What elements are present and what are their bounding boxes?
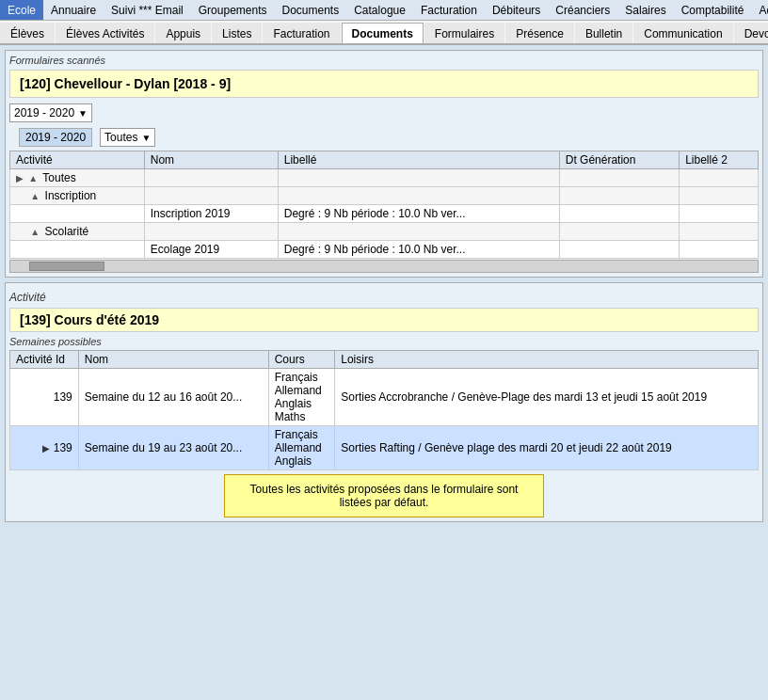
expand-icon: ▶ [16, 173, 24, 183]
row-libelle: Degré : 9 Nb période : 10.0 Nb ver... [278, 241, 559, 259]
tab-listes[interactable]: Listes [212, 23, 262, 43]
row-libelle2 [680, 187, 759, 205]
row-nom: Ecolage 2019 [144, 241, 278, 259]
activity-header: [139] Cours d'été 2019 [9, 308, 759, 332]
year-badge: 2019 - 2020 [19, 128, 92, 147]
main-content: Formulaires scannés [120] Chevellour - D… [0, 45, 768, 700]
col-loisirs: Loisirs [335, 351, 759, 369]
row-activite: ▲ Scolarité [10, 223, 145, 241]
row-libelle2 [680, 169, 759, 187]
semaines-label: Semaines possibles [9, 336, 759, 347]
tab-facturation[interactable]: Facturation [263, 23, 340, 43]
section1-table: Activité Nom Libellé Dt Génération Libel… [9, 151, 759, 259]
menu-documents[interactable]: Documents [274, 0, 346, 20]
table-row[interactable]: 139 Semaine du 12 au 16 août 20... Franç… [10, 369, 759, 426]
row-nom: Inscription 2019 [144, 205, 278, 223]
menu-groupements[interactable]: Groupements [191, 0, 275, 20]
filter-select-value: Toutes [104, 131, 137, 144]
row-activite: ▶ ▲ Toutes [10, 169, 145, 187]
row-dt [559, 205, 679, 223]
menu-annuaire[interactable]: Annuaire [43, 0, 104, 20]
collapse-icon: ▲ [30, 227, 40, 237]
tab-eleves-activites[interactable]: Élèves Activités [56, 23, 154, 43]
table-row[interactable]: ▶ ▲ Toutes [10, 169, 759, 187]
formulaires-scannes-panel: Formulaires scannés [120] Chevellour - D… [5, 50, 763, 278]
row-id: ▶ 139 [10, 426, 79, 470]
year-select-value: 2019 - 2020 [14, 106, 74, 119]
year-select[interactable]: 2019 - 2020 ▼ [9, 103, 92, 122]
row-loisirs: Sorties Accrobranche / Genève-Plage des … [335, 369, 759, 426]
table-row[interactable]: ▲ Inscription [10, 187, 759, 205]
col-libelle2: Libellé 2 [680, 151, 759, 169]
row-arrow-icon: ▶ [42, 443, 50, 453]
menu-salaires[interactable]: Salaires [617, 0, 673, 20]
row-libelle [278, 169, 559, 187]
table-row[interactable]: Inscription 2019 Degré : 9 Nb période : … [10, 205, 759, 223]
tab-eleves[interactable]: Élèves [0, 23, 55, 43]
tab-documents[interactable]: Documents [342, 23, 424, 43]
filter-select[interactable]: Toutes ▼ [100, 128, 155, 147]
menu-suivi[interactable]: Suivi *** Email [104, 0, 191, 20]
row-nom [144, 169, 278, 187]
col-dt-generation: Dt Génération [559, 151, 679, 169]
col-nom: Nom [78, 351, 268, 369]
menu-creanciers[interactable]: Créanciers [548, 0, 617, 20]
row-cours: Français Allemand Anglais Maths [268, 369, 335, 426]
row-nom [144, 187, 278, 205]
row-activite: ▲ Inscription [10, 187, 145, 205]
filter-row: 2019 - 2020 Toutes ▼ [9, 128, 759, 147]
table-row[interactable]: ▲ Scolarité [10, 223, 759, 241]
row-dt [559, 241, 679, 259]
menu-facturation[interactable]: Facturation [413, 0, 485, 20]
row-nom [144, 223, 278, 241]
row-id: 139 [10, 369, 79, 426]
collapse-icon: ▲ [28, 173, 38, 183]
row-libelle2 [680, 205, 759, 223]
section2-table: Activité Id Nom Cours Loisirs 139 Semain… [9, 350, 759, 470]
row-libelle [278, 223, 559, 241]
filter-select-arrow: ▼ [141, 133, 151, 143]
row-cours: Français Allemand Anglais [268, 426, 335, 470]
tab-bar: Élèves Élèves Activités Appuis Listes Fa… [0, 21, 768, 45]
row-nom: Semaine du 12 au 16 août 20... [78, 369, 268, 426]
col-activite-id: Activité Id [10, 351, 79, 369]
row-libelle [278, 187, 559, 205]
tab-presence[interactable]: Présence [505, 23, 574, 43]
col-cours: Cours [268, 351, 335, 369]
row-activite [10, 241, 145, 259]
tab-communication[interactable]: Communication [633, 23, 732, 43]
tab-devoirs[interactable]: Devoirs [734, 23, 768, 43]
row-dt [559, 223, 679, 241]
menu-debiteurs[interactable]: Débiteurs [485, 0, 548, 20]
section1-title: Formulaires scannés [9, 55, 759, 66]
col-activite: Activité [10, 151, 145, 169]
col-libelle: Libellé [278, 151, 559, 169]
activity-label: Activité [9, 291, 759, 304]
year-row: 2019 - 2020 ▼ [9, 103, 759, 122]
row-nom: Semaine du 19 au 23 août 20... [78, 426, 268, 470]
row-libelle2 [680, 223, 759, 241]
menu-ecole[interactable]: Ecole [0, 0, 43, 20]
row-libelle2 [680, 241, 759, 259]
collapse-icon: ▲ [30, 191, 40, 201]
tab-bulletin[interactable]: Bulletin [575, 23, 632, 43]
bottom-tooltip: Toutes les activités proposées dans le f… [224, 474, 544, 517]
menu-administ[interactable]: Administ [751, 0, 768, 20]
menu-catalogue[interactable]: Catalogue [346, 0, 413, 20]
row-libelle: Degré : 9 Nb période : 10.0 Nb ver... [278, 205, 559, 223]
menu-bar: Ecole Annuaire Suivi *** Email Groupemen… [0, 0, 768, 21]
tab-formulaires[interactable]: Formulaires [424, 23, 504, 43]
scroll-thumb[interactable] [29, 262, 104, 271]
horizontal-scrollbar[interactable] [9, 260, 759, 273]
student-header: [120] Chevellour - Dylan [2018 - 9] [9, 70, 759, 98]
row-loisirs: Sorties Rafting / Genève plage des mardi… [335, 426, 759, 470]
table-row[interactable]: ▶ 139 Semaine du 19 au 23 août 20... Fra… [10, 426, 759, 470]
year-select-arrow: ▼ [78, 108, 88, 119]
activite-panel: Activité [139] Cours d'été 2019 Semaines… [5, 282, 763, 522]
menu-comptabilite[interactable]: Comptabilité [674, 0, 752, 20]
table-row[interactable]: Ecolage 2019 Degré : 9 Nb période : 10.0… [10, 241, 759, 259]
section1-table-wrapper: Activité Nom Libellé Dt Génération Libel… [9, 151, 759, 259]
row-dt [559, 187, 679, 205]
tab-appuis[interactable]: Appuis [155, 23, 211, 43]
row-dt [559, 169, 679, 187]
